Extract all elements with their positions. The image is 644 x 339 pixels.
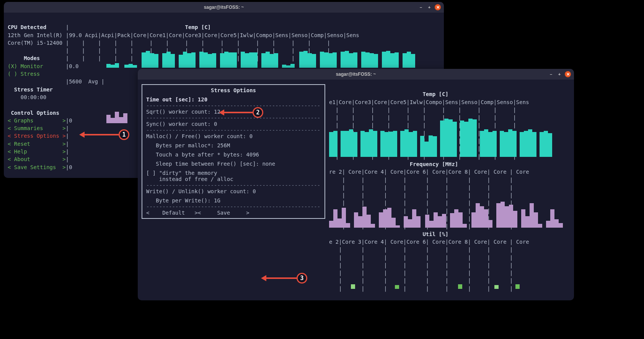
freq-header: Frequency [MHz] [410, 161, 458, 167]
menu-reset[interactable]: < Reset > [8, 141, 66, 147]
close-icon[interactable]: ✕ [435, 4, 441, 10]
dirty-checkbox-line2: instead of free / alloc [146, 176, 321, 182]
divider: ----------------------------------------… [146, 103, 321, 109]
control-options-header: Control Options [11, 110, 59, 116]
freq-labels: re 2| Core|Core 4| Core|Core 6| Core|Cor… [329, 169, 529, 175]
titlebar-1[interactable]: sagar@itsFOSS: ~ – + ✕ [4, 2, 444, 13]
terminal-window-2: sagar@itsFOSS: ~ – + ✕ Temp [C] e1|Core|… [138, 69, 574, 300]
cpu-line-1: 12th Gen Intel(R) [8, 32, 62, 38]
freq-chart-2 [329, 178, 563, 228]
maximize-icon[interactable]: + [556, 71, 562, 77]
minimize-icon[interactable]: – [418, 4, 424, 10]
freq-scale: |5600 Avg | [66, 78, 104, 85]
annotation-marker-1: 1 [119, 129, 129, 140]
annotation-arrow-1 [82, 134, 119, 135]
util-labels: e 2|Core 3|Core 4| Core|Core 6| Core|Cor… [329, 239, 529, 245]
menu-about[interactable]: < About > [8, 156, 66, 162]
save-button[interactable]: < Save > [198, 210, 249, 216]
mode-stress[interactable]: ( ) Stress [8, 71, 40, 77]
malloc-field[interactable]: Malloc() / Free() worker count: 0 [146, 133, 321, 139]
annotation-marker-2: 2 [253, 107, 263, 118]
temp-header-1: Temp [C] [185, 24, 211, 30]
stress-options-popup: Stress Options Time out [sec]: 120 -----… [142, 84, 325, 219]
timeout-field[interactable]: Time out [sec]: 120 [146, 96, 207, 103]
modes-header: Modes [24, 55, 40, 61]
byte-write-field[interactable]: Byte per Write(): 1G [146, 197, 321, 204]
annotation-arrow-3 [264, 277, 297, 279]
menu-stress-options[interactable]: < Stress Options > [8, 133, 66, 139]
temp-chart-1 [106, 40, 415, 68]
default-button[interactable]: < Default > [146, 210, 198, 216]
write-field[interactable]: Write() / Unlink() worker count: 0 [146, 188, 321, 194]
divider: ----------------------------------------… [146, 204, 321, 210]
minimize-icon[interactable]: – [548, 71, 554, 77]
menu-help[interactable]: < Help > [8, 148, 66, 155]
stress-timer-header: Stress Timer [14, 86, 53, 93]
axis-zero-1: |0 [66, 117, 72, 124]
bytes-malloc-field[interactable]: Bytes per malloc*: 256M [146, 142, 321, 148]
dirty-checkbox[interactable]: [ ] "dirty" the memory [146, 170, 321, 176]
freq-chart-1-partial [106, 98, 127, 123]
divider: ----------------------------------------… [146, 182, 321, 188]
maximize-icon[interactable]: + [426, 4, 432, 10]
window-title-2: sagar@itsFOSS: ~ [336, 72, 376, 77]
touch-byte-field[interactable]: Touch a byte after * bytes: 4096 [146, 152, 321, 158]
popup-title: Stress Options [146, 87, 321, 93]
menu-graphs[interactable]: < Graphs > [8, 117, 66, 124]
sync-field[interactable]: Sync() worker count: 0 [146, 121, 321, 127]
temp-labels-1: Acpi|Acpi|Pack|Core|Core1|Core|Core3|Cor… [85, 32, 359, 38]
menu-summaries[interactable]: < Summaries > [8, 125, 66, 131]
titlebar-2[interactable]: sagar@itsFOSS: ~ – + ✕ [138, 69, 574, 80]
close-icon[interactable]: ✕ [565, 71, 571, 77]
util-header: Util [%] [422, 231, 448, 237]
temp-scale-lo: |0.0 [66, 63, 79, 69]
temp-scale-hi: |99.0 [66, 32, 82, 38]
divider: ----------------------------------------… [146, 115, 321, 121]
temp-chart-2 [329, 105, 552, 157]
divider: ----------------------------------------… [146, 127, 321, 133]
window-title: sagar@itsFOSS: ~ [204, 5, 244, 10]
annotation-arrow-2 [222, 112, 253, 113]
menu-save-settings[interactable]: < Save Settings > [8, 164, 66, 170]
sleep-time-field[interactable]: Sleep time between Free() [sec]: none [146, 161, 321, 167]
temp-header-2: Temp [C] [422, 91, 448, 97]
axis-zero-2: |0 [66, 164, 72, 170]
mode-monitor[interactable]: (X) Monitor [8, 63, 43, 69]
temp-labels-2: e1|Core|Core3|Core|Core5|Iwlw|Compo|Sens… [329, 99, 529, 105]
stress-timer-value: 00:00:00 [21, 94, 46, 100]
annotation-marker-3: 3 [297, 273, 307, 284]
util-chart-2 [329, 247, 520, 289]
cpu-header: CPU Detected [8, 24, 46, 30]
cpu-line-2: Core(TM) i5-12400 [8, 40, 62, 46]
